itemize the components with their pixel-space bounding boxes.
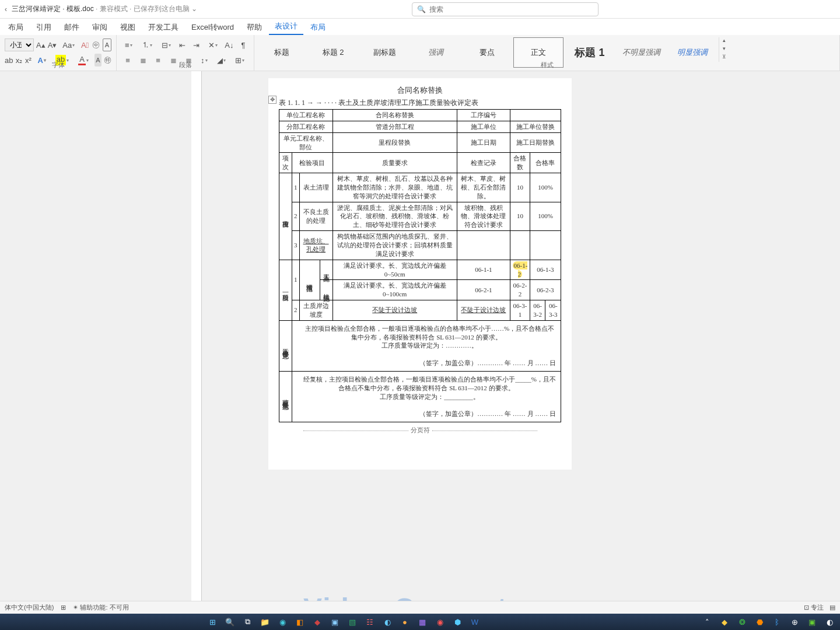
tab-layout1[interactable]: 布局 bbox=[2, 20, 29, 35]
numbering-button[interactable]: ⒈▾ bbox=[138, 38, 156, 51]
ribbon: 小五 A▴ A▾ Aa▾ A⃠ ㊥ A ab x₂ x² A▾ ab▾ A▾ A… bbox=[0, 35, 840, 71]
tab-tabledesign[interactable]: 表设计 bbox=[269, 19, 303, 35]
tab-review[interactable]: 审阅 bbox=[86, 20, 113, 35]
styles-more[interactable]: ▴▾⊻ bbox=[719, 37, 729, 62]
change-case-button[interactable]: Aa▾ bbox=[59, 38, 78, 51]
tab-help[interactable]: 帮助 bbox=[241, 20, 268, 35]
search-input[interactable] bbox=[429, 5, 593, 13]
phonetic-button[interactable]: ㊥ bbox=[92, 38, 100, 51]
inc-indent-button[interactable]: ⇥ bbox=[191, 38, 202, 51]
tab-mailings[interactable]: 邮件 bbox=[58, 20, 85, 35]
sort-button[interactable]: A↓ bbox=[223, 38, 235, 51]
dec-indent-button[interactable]: ⇤ bbox=[177, 38, 188, 51]
multilevel-button[interactable]: ⊟▾ bbox=[158, 38, 174, 51]
tab-developer[interactable]: 开发工具 bbox=[142, 20, 184, 35]
asian-layout-button[interactable]: ✕▾ bbox=[205, 38, 221, 51]
tab-references[interactable]: 引用 bbox=[30, 20, 57, 35]
font-size-select[interactable]: 小五 bbox=[5, 38, 34, 51]
ribbon-tabs: 布局 引用 邮件 审阅 视图 开发工具 Excel转word 帮助 表设计 布局 bbox=[0, 19, 840, 35]
search-box[interactable]: 🔍 bbox=[412, 2, 598, 16]
bullets-button[interactable]: ≡▾ bbox=[121, 38, 136, 51]
para-group-label: 段落 bbox=[117, 61, 254, 69]
clear-format-button[interactable]: A⃠ bbox=[80, 38, 89, 51]
style-group-label: 样式 bbox=[254, 61, 839, 69]
nav-back[interactable]: ‹ bbox=[5, 5, 7, 13]
shrink-font-button[interactable]: A▾ bbox=[48, 38, 57, 51]
tab-view[interactable]: 视图 bbox=[114, 20, 141, 35]
doc-title: 三岔河保靖评定 · 模板.doc · 兼容模式 · 已保存到这台电脑 ⌄ bbox=[12, 4, 197, 14]
tab-excel2word[interactable]: Excel转word bbox=[186, 20, 240, 35]
tab-layout2[interactable]: 布局 bbox=[304, 20, 331, 35]
show-marks-button[interactable]: ¶ bbox=[237, 38, 249, 51]
char-border-button[interactable]: A bbox=[103, 38, 111, 51]
grow-font-button[interactable]: A▴ bbox=[36, 38, 46, 51]
search-icon: 🔍 bbox=[417, 5, 426, 13]
font-group-label: 字体 bbox=[0, 61, 116, 69]
